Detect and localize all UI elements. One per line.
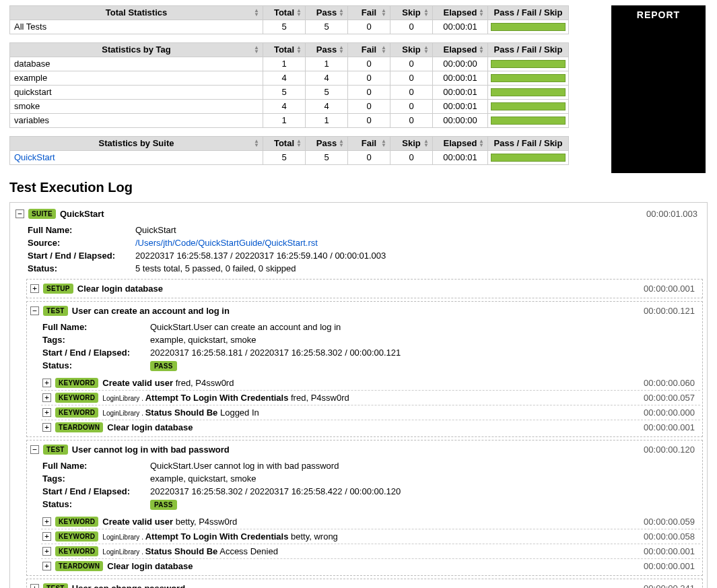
toggle-icon[interactable]: + bbox=[42, 393, 51, 402]
col-fail[interactable]: Fail▲▼ bbox=[348, 137, 390, 151]
stat-graph-cell bbox=[488, 100, 569, 114]
col-fail[interactable]: Fail▲▼ bbox=[348, 6, 390, 20]
col-elapsed[interactable]: Elapsed▲▼ bbox=[433, 137, 488, 151]
sort-icon[interactable]: ▲▼ bbox=[479, 46, 484, 54]
toggle-icon[interactable]: + bbox=[42, 379, 51, 387]
col-pass[interactable]: Pass▲▼ bbox=[306, 43, 348, 57]
source-link[interactable]: /Users/jth/Code/QuickStartGuide/QuickSta… bbox=[135, 238, 318, 248]
sort-icon[interactable]: ▲▼ bbox=[296, 46, 302, 54]
report-button[interactable]: REPORT bbox=[611, 5, 706, 173]
test-steps: + KEYWORD Create valid user fred, P4ssw0… bbox=[41, 376, 700, 434]
sort-icon[interactable]: ▲▼ bbox=[254, 139, 259, 148]
stat-skip: 0 bbox=[390, 71, 433, 86]
sort-icon[interactable]: ▲▼ bbox=[339, 9, 344, 17]
keyword-step: + KEYWORD LoginLibrary . Attempt To Logi… bbox=[41, 390, 700, 405]
pass-bar bbox=[491, 60, 566, 68]
stat-total: 4 bbox=[263, 100, 306, 114]
node-type-label: TEARDOWN bbox=[55, 561, 103, 571]
meta-value: QuickStart.User cannot log in with bad p… bbox=[150, 461, 339, 471]
sort-icon[interactable]: ▲▼ bbox=[423, 46, 429, 54]
col-total[interactable]: Total▲▼ bbox=[263, 43, 306, 57]
sort-icon[interactable]: ▲▼ bbox=[339, 139, 344, 148]
col-elapsed[interactable]: Elapsed▲▼ bbox=[433, 43, 488, 57]
toggle-icon[interactable]: + bbox=[42, 547, 51, 556]
toggle-icon[interactable]: + bbox=[42, 408, 51, 417]
keyword-text: LoginLibrary . Status Should Be Access D… bbox=[102, 546, 278, 556]
stat-total: 5 bbox=[263, 86, 306, 100]
pass-bar bbox=[491, 88, 566, 96]
stat-row: variables 1 1 0 0 00:00:00 bbox=[10, 114, 569, 128]
pass-badge: PASS bbox=[150, 361, 177, 371]
sort-icon[interactable]: ▲▼ bbox=[381, 139, 386, 148]
pass-bar bbox=[491, 154, 566, 162]
node-type-label: TEST bbox=[43, 583, 68, 588]
toggle-icon[interactable]: − bbox=[15, 209, 24, 218]
test-block: − TEST User can create an account and lo… bbox=[26, 301, 703, 437]
pass-badge: PASS bbox=[150, 500, 177, 510]
stat-elapsed: 00:00:00 bbox=[433, 114, 488, 128]
stat-name: example bbox=[10, 71, 263, 86]
col-total[interactable]: Total▲▼ bbox=[263, 6, 306, 20]
sort-icon[interactable]: ▲▼ bbox=[339, 46, 344, 54]
suite-link[interactable]: QuickStart bbox=[14, 152, 55, 162]
stat-fail: 0 bbox=[348, 71, 390, 86]
sort-icon[interactable]: ▲▼ bbox=[423, 139, 429, 148]
test-meta: Full Name: QuickStart.User can create an… bbox=[42, 321, 700, 372]
stat-row: example 4 4 0 0 00:00:01 bbox=[10, 71, 569, 86]
pass-bar bbox=[491, 117, 566, 125]
stat-skip: 0 bbox=[390, 20, 433, 34]
stat-elapsed: 00:00:00 bbox=[433, 57, 488, 71]
toggle-icon[interactable]: + bbox=[42, 562, 51, 570]
col-skip[interactable]: Skip▲▼ bbox=[390, 43, 433, 57]
toggle-icon[interactable]: + bbox=[30, 284, 39, 293]
col-skip[interactable]: Skip▲▼ bbox=[390, 137, 433, 151]
toggle-icon[interactable]: − bbox=[30, 306, 39, 315]
meta-row: Full Name: QuickStart bbox=[28, 224, 703, 236]
sort-icon[interactable]: ▲▼ bbox=[423, 9, 429, 17]
stat-graph-cell bbox=[488, 86, 569, 100]
sort-icon[interactable]: ▲▼ bbox=[381, 46, 386, 54]
col-pass[interactable]: Pass▲▼ bbox=[306, 6, 348, 20]
meta-value: 5 tests total, 5 passed, 0 failed, 0 ski… bbox=[135, 263, 296, 273]
stat-name: quickstart bbox=[10, 86, 263, 100]
col-name[interactable]: Statistics by Suite▲▼ bbox=[10, 137, 263, 151]
stat-row: smoke 4 4 0 0 00:00:01 bbox=[10, 100, 569, 114]
sort-icon[interactable]: ▲▼ bbox=[479, 139, 484, 148]
toggle-icon[interactable]: − bbox=[30, 445, 39, 454]
stat-fail: 0 bbox=[348, 86, 390, 100]
test-elapsed: 00:00:00.120 bbox=[644, 445, 699, 455]
stat-pass: 1 bbox=[306, 114, 348, 128]
stat-fail: 0 bbox=[348, 57, 390, 71]
step-elapsed: 00:00:00.058 bbox=[644, 531, 699, 542]
meta-label: Status: bbox=[28, 263, 135, 273]
col-name[interactable]: Total Statistics▲▼ bbox=[10, 6, 263, 20]
stat-pass: 5 bbox=[306, 20, 348, 34]
stat-elapsed: 00:00:01 bbox=[433, 71, 488, 86]
col-elapsed[interactable]: Elapsed▲▼ bbox=[433, 6, 488, 20]
toggle-icon[interactable]: + bbox=[42, 423, 51, 432]
meta-row: Status: 5 tests total, 5 passed, 0 faile… bbox=[28, 262, 703, 275]
sort-icon[interactable]: ▲▼ bbox=[254, 46, 259, 54]
meta-row: Status: PASS bbox=[42, 498, 700, 511]
stat-pass: 5 bbox=[306, 86, 348, 100]
col-total[interactable]: Total▲▼ bbox=[263, 137, 306, 151]
stat-total: 4 bbox=[263, 71, 306, 86]
sort-icon[interactable]: ▲▼ bbox=[296, 9, 302, 17]
col-fail[interactable]: Fail▲▼ bbox=[348, 43, 390, 57]
col-pass[interactable]: Pass▲▼ bbox=[306, 137, 348, 151]
sort-icon[interactable]: ▲▼ bbox=[296, 139, 302, 148]
toggle-icon[interactable]: + bbox=[30, 584, 39, 588]
col-name[interactable]: Statistics by Tag▲▼ bbox=[10, 43, 263, 57]
sort-icon[interactable]: ▲▼ bbox=[254, 9, 259, 17]
meta-row: Tags: example, quickstart, smoke bbox=[42, 333, 700, 346]
toggle-icon[interactable]: + bbox=[42, 517, 51, 526]
node-type-label: KEYWORD bbox=[55, 378, 98, 388]
sort-icon[interactable]: ▲▼ bbox=[381, 9, 386, 17]
keyword-step: + KEYWORD LoginLibrary . Attempt To Logi… bbox=[41, 529, 700, 544]
toggle-icon[interactable]: + bbox=[42, 532, 51, 541]
col-skip[interactable]: Skip▲▼ bbox=[390, 6, 433, 20]
node-type-label: TEST bbox=[43, 445, 68, 455]
stat-elapsed: 00:00:01 bbox=[433, 86, 488, 100]
sort-icon[interactable]: ▲▼ bbox=[479, 9, 484, 17]
pass-bar bbox=[491, 74, 566, 82]
